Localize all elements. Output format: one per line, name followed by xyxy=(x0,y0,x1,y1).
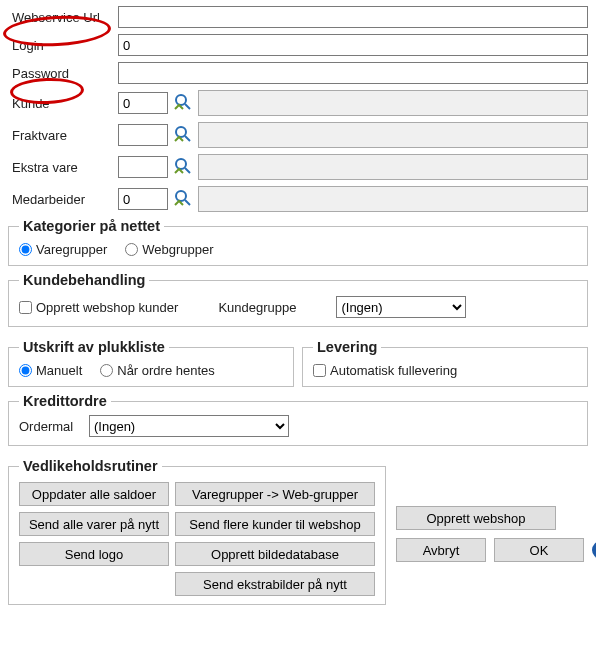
btn-avbryt[interactable]: Avbryt xyxy=(396,538,486,562)
kunde-input[interactable] xyxy=(118,92,168,114)
lookup-icon[interactable] xyxy=(170,90,196,116)
legend-vedlikehold: Vedlikeholdsrutiner xyxy=(19,458,162,474)
btn-oppdater-saldoer[interactable]: Oppdater alle saldoer xyxy=(19,482,169,506)
ekstra-vare-input[interactable] xyxy=(118,156,168,178)
btn-varegrupper-webgrupper[interactable]: Varegrupper -> Web-grupper xyxy=(175,482,375,506)
group-levering: Levering Automatisk fullevering xyxy=(302,339,588,387)
info-icon[interactable]: i xyxy=(592,541,596,559)
radio-varegrupper-input[interactable] xyxy=(19,243,32,256)
password-input[interactable] xyxy=(118,62,588,84)
group-utskrift: Utskrift av plukkliste Manuelt Når ordre… xyxy=(8,339,294,387)
check-opprett-webshop-kunder-label: Opprett webshop kunder xyxy=(36,300,178,315)
label-kundegruppe: Kundegruppe xyxy=(218,300,296,315)
btn-opprett-webshop[interactable]: Opprett webshop xyxy=(396,506,556,530)
radio-naar-ordre-hentes[interactable]: Når ordre hentes xyxy=(100,363,215,378)
radio-varegrupper-label: Varegrupper xyxy=(36,242,107,257)
svg-point-2 xyxy=(176,127,186,137)
check-opprett-webshop-kunder[interactable]: Opprett webshop kunder xyxy=(19,300,178,315)
svg-line-5 xyxy=(185,168,190,173)
lookup-icon[interactable] xyxy=(170,122,196,148)
btn-opprett-bildedatabase[interactable]: Opprett bildedatabase xyxy=(175,542,375,566)
check-opprett-webshop-kunder-input[interactable] xyxy=(19,301,32,314)
label-ordermal: Ordermal xyxy=(19,419,89,434)
legend-kundebehandling: Kundebehandling xyxy=(19,272,149,288)
fraktvare-display xyxy=(198,122,588,148)
legend-kredittordre: Kredittordre xyxy=(19,393,111,409)
login-input[interactable] xyxy=(118,34,588,56)
radio-webgrupper[interactable]: Webgrupper xyxy=(125,242,213,257)
kunde-display xyxy=(198,90,588,116)
svg-line-1 xyxy=(185,104,190,109)
btn-send-alle-varer[interactable]: Send alle varer på nytt xyxy=(19,512,169,536)
btn-send-logo[interactable]: Send logo xyxy=(19,542,169,566)
radio-varegrupper[interactable]: Varegrupper xyxy=(19,242,107,257)
btn-ok[interactable]: OK xyxy=(494,538,584,562)
svg-point-6 xyxy=(176,191,186,201)
ekstra-vare-display xyxy=(198,154,588,180)
label-login: Login xyxy=(8,38,118,53)
check-automatisk-fullevering-input[interactable] xyxy=(313,364,326,377)
btn-send-flere-kunder[interactable]: Send flere kunder til webshop xyxy=(175,512,375,536)
medarbeider-input[interactable] xyxy=(118,188,168,210)
select-kundegruppe[interactable]: (Ingen) xyxy=(336,296,466,318)
group-kategorier: Kategorier på nettet Varegrupper Webgrup… xyxy=(8,218,588,266)
radio-manuelt-label: Manuelt xyxy=(36,363,82,378)
svg-line-7 xyxy=(185,200,190,205)
radio-naar-ordre-hentes-input[interactable] xyxy=(100,364,113,377)
select-ordermal[interactable]: (Ingen) xyxy=(89,415,289,437)
label-kunde: Kunde xyxy=(8,96,118,111)
webservice-url-input[interactable] xyxy=(118,6,588,28)
group-kundebehandling: Kundebehandling Opprett webshop kunder K… xyxy=(8,272,588,327)
group-vedlikehold: Vedlikeholdsrutiner Oppdater alle saldoe… xyxy=(8,458,386,605)
medarbeider-display xyxy=(198,186,588,212)
label-password: Password xyxy=(8,66,118,81)
btn-send-ekstrabilder[interactable]: Send ekstrabilder på nytt xyxy=(175,572,375,596)
check-automatisk-fullevering-label: Automatisk fullevering xyxy=(330,363,457,378)
radio-manuelt-input[interactable] xyxy=(19,364,32,377)
label-webservice-url: Webservice Url xyxy=(8,10,118,25)
radio-naar-ordre-hentes-label: Når ordre hentes xyxy=(117,363,215,378)
label-ekstra-vare: Ekstra vare xyxy=(8,160,118,175)
label-fraktvare: Fraktvare xyxy=(8,128,118,143)
label-medarbeider: Medarbeider xyxy=(8,192,118,207)
check-automatisk-fullevering[interactable]: Automatisk fullevering xyxy=(313,363,457,378)
radio-webgrupper-input[interactable] xyxy=(125,243,138,256)
lookup-icon[interactable] xyxy=(170,154,196,180)
svg-line-3 xyxy=(185,136,190,141)
svg-point-0 xyxy=(176,95,186,105)
lookup-icon[interactable] xyxy=(170,186,196,212)
radio-webgrupper-label: Webgrupper xyxy=(142,242,213,257)
group-kredittordre: Kredittordre Ordermal (Ingen) xyxy=(8,393,588,446)
svg-point-4 xyxy=(176,159,186,169)
legend-utskrift: Utskrift av plukkliste xyxy=(19,339,169,355)
radio-manuelt[interactable]: Manuelt xyxy=(19,363,82,378)
legend-kategorier: Kategorier på nettet xyxy=(19,218,164,234)
legend-levering: Levering xyxy=(313,339,381,355)
fraktvare-input[interactable] xyxy=(118,124,168,146)
